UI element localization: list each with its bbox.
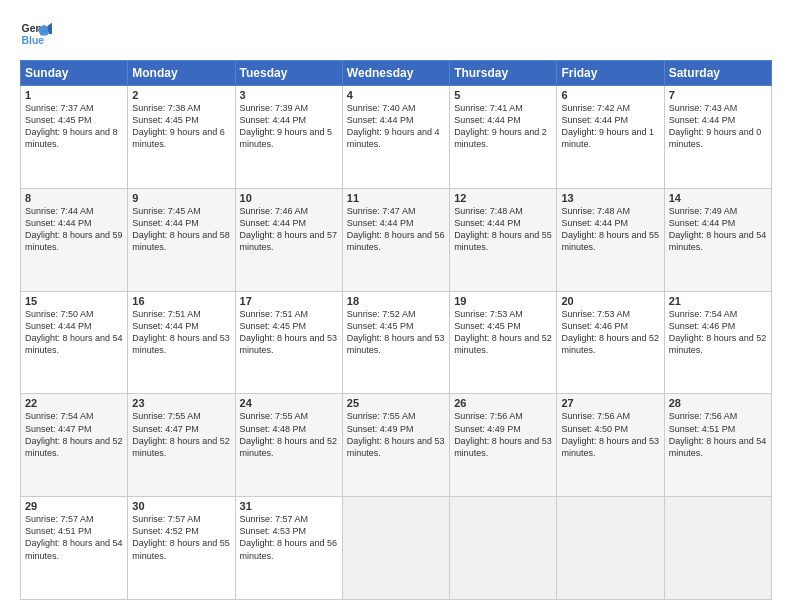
day-number: 6 <box>561 89 659 101</box>
day-info: Sunrise: 7:49 AMSunset: 4:44 PMDaylight:… <box>669 205 767 254</box>
calendar-table: SundayMondayTuesdayWednesdayThursdayFrid… <box>20 60 772 600</box>
day-number: 9 <box>132 192 230 204</box>
calendar-day-cell: 19 Sunrise: 7:53 AMSunset: 4:45 PMDaylig… <box>450 291 557 394</box>
day-number: 8 <box>25 192 123 204</box>
day-number: 25 <box>347 397 445 409</box>
calendar-day-cell: 1 Sunrise: 7:37 AMSunset: 4:45 PMDayligh… <box>21 86 128 189</box>
day-info: Sunrise: 7:56 AMSunset: 4:49 PMDaylight:… <box>454 410 552 459</box>
day-number: 30 <box>132 500 230 512</box>
day-number: 11 <box>347 192 445 204</box>
day-info: Sunrise: 7:50 AMSunset: 4:44 PMDaylight:… <box>25 308 123 357</box>
logo-icon: General Blue <box>20 18 52 50</box>
day-info: Sunrise: 7:40 AMSunset: 4:44 PMDaylight:… <box>347 102 445 151</box>
day-info: Sunrise: 7:38 AMSunset: 4:45 PMDaylight:… <box>132 102 230 151</box>
day-number: 12 <box>454 192 552 204</box>
day-info: Sunrise: 7:37 AMSunset: 4:45 PMDaylight:… <box>25 102 123 151</box>
calendar-empty-cell <box>450 497 557 600</box>
logo: General Blue <box>20 18 58 50</box>
day-info: Sunrise: 7:55 AMSunset: 4:48 PMDaylight:… <box>240 410 338 459</box>
day-info: Sunrise: 7:39 AMSunset: 4:44 PMDaylight:… <box>240 102 338 151</box>
day-number: 23 <box>132 397 230 409</box>
calendar-header-sunday: Sunday <box>21 61 128 86</box>
day-info: Sunrise: 7:51 AMSunset: 4:45 PMDaylight:… <box>240 308 338 357</box>
day-info: Sunrise: 7:45 AMSunset: 4:44 PMDaylight:… <box>132 205 230 254</box>
day-info: Sunrise: 7:48 AMSunset: 4:44 PMDaylight:… <box>454 205 552 254</box>
calendar-header-saturday: Saturday <box>664 61 771 86</box>
calendar-empty-cell <box>342 497 449 600</box>
day-number: 20 <box>561 295 659 307</box>
day-info: Sunrise: 7:51 AMSunset: 4:44 PMDaylight:… <box>132 308 230 357</box>
day-info: Sunrise: 7:57 AMSunset: 4:51 PMDaylight:… <box>25 513 123 562</box>
calendar-day-cell: 14 Sunrise: 7:49 AMSunset: 4:44 PMDaylig… <box>664 188 771 291</box>
day-info: Sunrise: 7:44 AMSunset: 4:44 PMDaylight:… <box>25 205 123 254</box>
day-number: 3 <box>240 89 338 101</box>
calendar-day-cell: 6 Sunrise: 7:42 AMSunset: 4:44 PMDayligh… <box>557 86 664 189</box>
calendar-day-cell: 8 Sunrise: 7:44 AMSunset: 4:44 PMDayligh… <box>21 188 128 291</box>
calendar-day-cell: 21 Sunrise: 7:54 AMSunset: 4:46 PMDaylig… <box>664 291 771 394</box>
day-number: 10 <box>240 192 338 204</box>
calendar-day-cell: 18 Sunrise: 7:52 AMSunset: 4:45 PMDaylig… <box>342 291 449 394</box>
day-number: 7 <box>669 89 767 101</box>
calendar-header-monday: Monday <box>128 61 235 86</box>
day-info: Sunrise: 7:55 AMSunset: 4:47 PMDaylight:… <box>132 410 230 459</box>
calendar-day-cell: 30 Sunrise: 7:57 AMSunset: 4:52 PMDaylig… <box>128 497 235 600</box>
calendar-day-cell: 9 Sunrise: 7:45 AMSunset: 4:44 PMDayligh… <box>128 188 235 291</box>
calendar-day-cell: 17 Sunrise: 7:51 AMSunset: 4:45 PMDaylig… <box>235 291 342 394</box>
day-number: 5 <box>454 89 552 101</box>
day-number: 16 <box>132 295 230 307</box>
day-number: 17 <box>240 295 338 307</box>
day-number: 26 <box>454 397 552 409</box>
calendar-day-cell: 5 Sunrise: 7:41 AMSunset: 4:44 PMDayligh… <box>450 86 557 189</box>
calendar-day-cell: 24 Sunrise: 7:55 AMSunset: 4:48 PMDaylig… <box>235 394 342 497</box>
calendar-day-cell: 13 Sunrise: 7:48 AMSunset: 4:44 PMDaylig… <box>557 188 664 291</box>
day-number: 21 <box>669 295 767 307</box>
day-number: 22 <box>25 397 123 409</box>
calendar-header-thursday: Thursday <box>450 61 557 86</box>
calendar-day-cell: 23 Sunrise: 7:55 AMSunset: 4:47 PMDaylig… <box>128 394 235 497</box>
calendar-day-cell: 27 Sunrise: 7:56 AMSunset: 4:50 PMDaylig… <box>557 394 664 497</box>
calendar-day-cell: 3 Sunrise: 7:39 AMSunset: 4:44 PMDayligh… <box>235 86 342 189</box>
calendar-day-cell: 15 Sunrise: 7:50 AMSunset: 4:44 PMDaylig… <box>21 291 128 394</box>
calendar-day-cell: 26 Sunrise: 7:56 AMSunset: 4:49 PMDaylig… <box>450 394 557 497</box>
day-number: 27 <box>561 397 659 409</box>
calendar-week-row: 22 Sunrise: 7:54 AMSunset: 4:47 PMDaylig… <box>21 394 772 497</box>
calendar-header-row: SundayMondayTuesdayWednesdayThursdayFrid… <box>21 61 772 86</box>
day-info: Sunrise: 7:52 AMSunset: 4:45 PMDaylight:… <box>347 308 445 357</box>
day-info: Sunrise: 7:53 AMSunset: 4:46 PMDaylight:… <box>561 308 659 357</box>
day-info: Sunrise: 7:48 AMSunset: 4:44 PMDaylight:… <box>561 205 659 254</box>
day-info: Sunrise: 7:41 AMSunset: 4:44 PMDaylight:… <box>454 102 552 151</box>
day-number: 15 <box>25 295 123 307</box>
calendar-empty-cell <box>664 497 771 600</box>
calendar-day-cell: 16 Sunrise: 7:51 AMSunset: 4:44 PMDaylig… <box>128 291 235 394</box>
day-number: 31 <box>240 500 338 512</box>
calendar-week-row: 15 Sunrise: 7:50 AMSunset: 4:44 PMDaylig… <box>21 291 772 394</box>
calendar-day-cell: 29 Sunrise: 7:57 AMSunset: 4:51 PMDaylig… <box>21 497 128 600</box>
day-info: Sunrise: 7:46 AMSunset: 4:44 PMDaylight:… <box>240 205 338 254</box>
day-info: Sunrise: 7:53 AMSunset: 4:45 PMDaylight:… <box>454 308 552 357</box>
day-info: Sunrise: 7:54 AMSunset: 4:47 PMDaylight:… <box>25 410 123 459</box>
calendar-header-wednesday: Wednesday <box>342 61 449 86</box>
calendar-day-cell: 12 Sunrise: 7:48 AMSunset: 4:44 PMDaylig… <box>450 188 557 291</box>
calendar-day-cell: 7 Sunrise: 7:43 AMSunset: 4:44 PMDayligh… <box>664 86 771 189</box>
day-info: Sunrise: 7:47 AMSunset: 4:44 PMDaylight:… <box>347 205 445 254</box>
day-number: 24 <box>240 397 338 409</box>
calendar-header-tuesday: Tuesday <box>235 61 342 86</box>
day-number: 13 <box>561 192 659 204</box>
header: General Blue <box>20 18 772 50</box>
calendar-week-row: 8 Sunrise: 7:44 AMSunset: 4:44 PMDayligh… <box>21 188 772 291</box>
day-number: 2 <box>132 89 230 101</box>
day-info: Sunrise: 7:57 AMSunset: 4:53 PMDaylight:… <box>240 513 338 562</box>
calendar-day-cell: 22 Sunrise: 7:54 AMSunset: 4:47 PMDaylig… <box>21 394 128 497</box>
day-number: 4 <box>347 89 445 101</box>
calendar-day-cell: 25 Sunrise: 7:55 AMSunset: 4:49 PMDaylig… <box>342 394 449 497</box>
calendar-day-cell: 11 Sunrise: 7:47 AMSunset: 4:44 PMDaylig… <box>342 188 449 291</box>
day-info: Sunrise: 7:43 AMSunset: 4:44 PMDaylight:… <box>669 102 767 151</box>
day-number: 14 <box>669 192 767 204</box>
calendar-day-cell: 20 Sunrise: 7:53 AMSunset: 4:46 PMDaylig… <box>557 291 664 394</box>
calendar-week-row: 29 Sunrise: 7:57 AMSunset: 4:51 PMDaylig… <box>21 497 772 600</box>
calendar-empty-cell <box>557 497 664 600</box>
day-number: 19 <box>454 295 552 307</box>
day-number: 29 <box>25 500 123 512</box>
day-number: 28 <box>669 397 767 409</box>
day-info: Sunrise: 7:56 AMSunset: 4:50 PMDaylight:… <box>561 410 659 459</box>
